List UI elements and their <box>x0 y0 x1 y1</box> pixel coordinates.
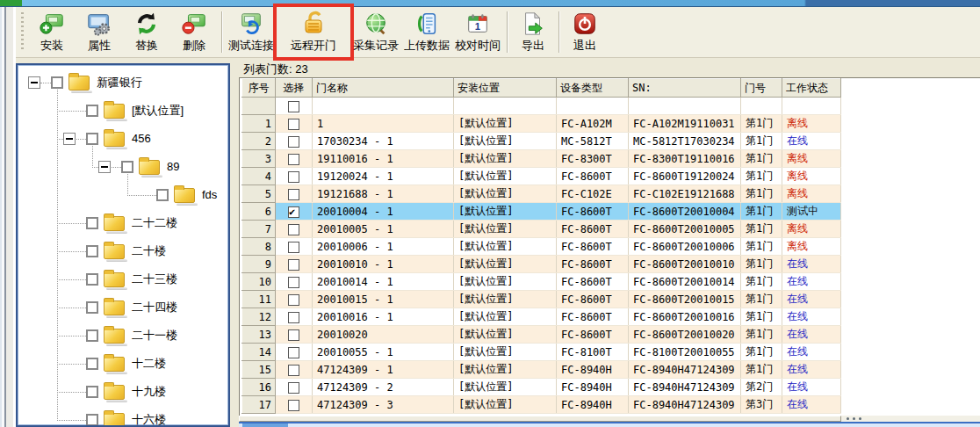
row-checkbox[interactable] <box>288 189 299 200</box>
exit-button[interactable]: 退出 <box>563 7 607 57</box>
install-location-cell: [默认位置] <box>454 326 557 344</box>
sync-time-button[interactable]: 1 校对时间 <box>452 7 503 57</box>
delete-button[interactable]: 删除 <box>170 7 218 57</box>
sn-cell: FC-8940H47124309 <box>629 379 741 396</box>
row-number-cell: 11 <box>242 291 276 308</box>
row-checkbox[interactable] <box>288 277 299 288</box>
row-checkbox[interactable] <box>288 224 299 235</box>
column-header-select[interactable]: 选择 <box>276 79 313 98</box>
export-button[interactable]: 导出 <box>511 7 555 57</box>
row-checkbox[interactable] <box>288 400 299 411</box>
table-row[interactable]: 8 20010006 - 1 [默认位置] FC-8600T FC-8600T2… <box>242 238 841 256</box>
tree-node-checkbox[interactable] <box>86 358 98 370</box>
row-checkbox[interactable] <box>288 294 299 306</box>
tree-node[interactable]: 二十四楼 <box>18 293 228 322</box>
tree-node-checkbox[interactable] <box>86 133 98 145</box>
column-header-sn[interactable]: SN: <box>629 79 741 98</box>
properties-button[interactable]: 属性 <box>76 7 123 57</box>
row-checkbox[interactable] <box>288 382 299 394</box>
table-row[interactable]: 12 20010016 - 1 [默认位置] FC-8600T FC-8600T… <box>242 308 841 326</box>
tree-connector <box>57 336 86 337</box>
table-row[interactable]: 17 47124309 - 3 [默认位置] FC-8940H FC-8940H… <box>242 396 841 414</box>
replace-button[interactable]: 替换 <box>123 7 170 57</box>
row-checkbox[interactable] <box>288 312 299 323</box>
table-row[interactable]: 7 20010005 - 1 [默认位置] FC-8600T FC-8600T2… <box>242 221 841 238</box>
column-header-status[interactable]: 工作状态 <box>782 79 841 98</box>
tree-node-checkbox[interactable] <box>86 414 98 426</box>
tree-node[interactable]: 十九楼 <box>18 378 228 406</box>
tree-node[interactable]: 89 <box>18 153 228 181</box>
row-checkbox[interactable] <box>288 154 299 165</box>
tree-node-checkbox[interactable] <box>86 245 98 257</box>
door-number-cell: 第1门 <box>741 115 782 133</box>
table-row[interactable]: 6 20010004 - 1 [默认位置] FC-8600T FC-8600T2… <box>242 203 841 221</box>
tree-node[interactable]: 二十楼 <box>18 237 228 265</box>
column-header-location[interactable]: 安装位置 <box>454 79 557 98</box>
door-number-cell: 第1门 <box>741 133 782 150</box>
sn-cell: FC-8100T20010055 <box>629 344 741 361</box>
row-checkbox[interactable] <box>288 329 299 341</box>
table-row[interactable]: 3 19110016 - 1 [默认位置] FC-8300T FC-8300T1… <box>242 150 841 168</box>
tree-node-label: 二十三楼 <box>132 265 177 293</box>
upload-data-button[interactable]: 上传数据 <box>401 7 452 57</box>
tree-node-checkbox[interactable] <box>86 273 98 286</box>
tree-node[interactable]: 新疆银行 <box>18 69 228 97</box>
row-checkbox[interactable] <box>288 171 299 183</box>
sn-cell: FC-8600T20010016 <box>629 308 741 326</box>
tree-node-checkbox[interactable] <box>86 217 98 229</box>
table-row[interactable]: 10 20010014 - 1 [默认位置] FC-8600T FC-8600T… <box>242 273 841 291</box>
row-number-cell: 6 <box>242 203 276 221</box>
replace-label: 替换 <box>135 38 158 53</box>
tree-node-checkbox[interactable] <box>51 76 63 89</box>
column-header-door[interactable]: 门号 <box>741 79 782 98</box>
upload-device-icon <box>413 10 441 38</box>
table-row[interactable]: 4 19120024 - 1 [默认位置] FC-8600T FC-8600T1… <box>242 168 841 185</box>
tree-node[interactable]: 二十三楼 <box>18 265 228 293</box>
table-row[interactable]: 9 20010010 - 1 [默认位置] FC-8600T FC-8600T2… <box>242 256 841 273</box>
test-connection-button[interactable]: 测试连接 <box>226 7 277 57</box>
row-checkbox[interactable] <box>288 347 299 358</box>
tree-node[interactable]: fds <box>18 181 228 209</box>
table-row[interactable]: 13 20010020 [默认位置] FC-8600T FC-8600T2001… <box>242 326 841 344</box>
table-row[interactable]: 14 20010055 - 1 [默认位置] FC-8100T FC-8100T… <box>242 344 841 361</box>
toolbar-gripper[interactable] <box>18 12 28 52</box>
scrollbar-thumb[interactable] <box>239 416 841 422</box>
column-header-name[interactable]: 门名称 <box>313 79 454 98</box>
tree-node-checkbox[interactable] <box>156 189 169 201</box>
row-checkbox[interactable] <box>288 242 299 253</box>
row-checkbox[interactable] <box>288 365 299 376</box>
tree-node-checkbox[interactable] <box>86 105 98 117</box>
tree-node[interactable]: 二十一楼 <box>18 322 228 350</box>
install-button[interactable]: 安装 <box>28 7 76 57</box>
tree-node[interactable]: 十六楼 <box>18 406 228 427</box>
collapse-expander-icon[interactable] <box>63 133 76 145</box>
tree-node[interactable]: 二十二楼 <box>18 209 228 237</box>
horizontal-scrollbar[interactable] <box>239 416 980 422</box>
row-checkbox[interactable] <box>288 119 299 130</box>
table-row[interactable]: 15 47124309 - 1 [默认位置] FC-8940H FC-8940H… <box>242 361 841 379</box>
collapse-expander-icon[interactable] <box>28 76 40 89</box>
row-checkbox[interactable] <box>288 136 299 148</box>
tree-node-checkbox[interactable] <box>121 161 133 173</box>
select-all-checkbox[interactable] <box>288 101 299 112</box>
column-header-no[interactable]: 序号 <box>242 79 276 98</box>
tree-node[interactable]: 456 <box>18 125 228 153</box>
table-row[interactable]: 5 19121688 - 1 [默认位置] FC-C102E FC-C102E1… <box>242 185 841 203</box>
table-row[interactable]: 11 20010015 - 1 [默认位置] FC-8600T FC-8600T… <box>242 291 841 308</box>
table-row[interactable]: 1 1 [默认位置] FC-A102M FC-A102M19110031 第1门… <box>242 115 841 133</box>
tree-node-checkbox[interactable] <box>86 386 98 398</box>
collapse-expander-icon[interactable] <box>98 161 111 173</box>
tree-node-checkbox[interactable] <box>86 301 98 314</box>
tree-node[interactable]: 十二楼 <box>18 350 228 378</box>
table-row[interactable]: 2 17030234 - 1 [默认位置] MC-5812T MC-5812T1… <box>242 133 841 150</box>
table-row[interactable]: 16 47124309 - 2 [默认位置] FC-8940H FC-8940H… <box>242 379 841 396</box>
row-checkbox[interactable] <box>288 259 299 271</box>
row-checkbox[interactable] <box>288 206 299 218</box>
tree-node-checkbox[interactable] <box>86 329 98 342</box>
column-header-type[interactable]: 设备类型 <box>557 79 629 98</box>
door-number-cell: 第1门 <box>741 203 782 221</box>
remote-open-door-button[interactable]: 远程开门 <box>277 7 350 57</box>
collect-records-button[interactable]: 采集记录 <box>350 7 401 57</box>
install-location-cell: [默认位置] <box>454 308 557 326</box>
tree-node[interactable]: [默认位置] <box>18 97 228 125</box>
